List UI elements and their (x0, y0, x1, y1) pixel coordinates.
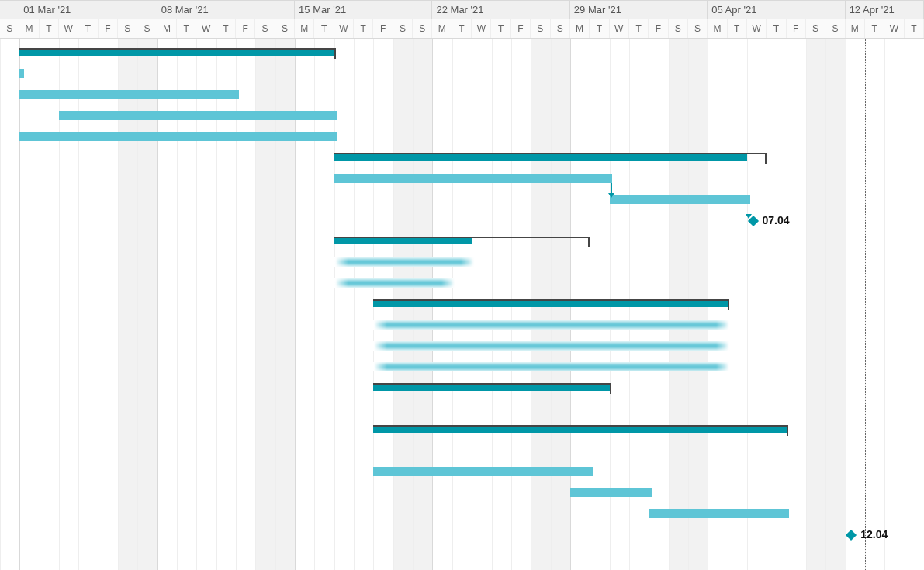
day-header-cell: S (275, 19, 295, 38)
weeks-row: 01 Mar '2108 Mar '2115 Mar '2122 Mar '21… (0, 0, 924, 19)
week-header-cell (0, 1, 19, 19)
summary-bar[interactable] (373, 299, 727, 307)
day-header-cell: S (0, 19, 19, 38)
day-header-cell: S (255, 19, 275, 38)
day-header-cell: T (452, 19, 472, 38)
day-header-cell: M (157, 19, 177, 38)
gridline (0, 39, 1, 570)
task-bar[interactable] (334, 257, 475, 267)
day-header-cell: M (19, 19, 39, 38)
task-bar[interactable] (649, 509, 789, 518)
day-header-cell: T (314, 19, 334, 38)
summary-bar[interactable] (19, 48, 334, 56)
gridline (884, 39, 885, 570)
day-header-cell: S (669, 19, 688, 38)
day-header-cell: F (99, 19, 118, 38)
day-header-cell: F (373, 19, 393, 38)
summary-bar[interactable] (334, 153, 747, 161)
day-header-cell: T (728, 19, 747, 38)
day-header-cell: W (59, 19, 78, 38)
day-header-cell: S (688, 19, 708, 38)
gridline (825, 39, 826, 570)
week-header-cell: 12 Apr '21 (846, 1, 924, 19)
day-header-cell: M (570, 19, 590, 38)
today-line (865, 39, 866, 570)
gridline (747, 39, 748, 570)
day-header-cell: S (806, 19, 825, 38)
gantt-body[interactable]: 07.0412.04 (0, 39, 924, 570)
day-header-cell: T (354, 19, 373, 38)
day-header-cell: T (78, 19, 98, 38)
gridline (806, 39, 807, 570)
day-header-cell: W (472, 19, 491, 38)
gridline (787, 39, 787, 570)
day-header-cell: M (708, 19, 727, 38)
day-header-cell: S (413, 19, 432, 38)
task-bar[interactable] (334, 278, 455, 288)
day-header-cell: S (551, 19, 570, 38)
day-header-cell: M (432, 19, 452, 38)
day-header-cell: T (629, 19, 649, 38)
summary-bar[interactable] (373, 383, 609, 391)
day-header-cell: F (511, 19, 531, 38)
task-bar[interactable] (334, 174, 613, 183)
day-header-cell: W (610, 19, 629, 38)
day-header-cell: T (865, 19, 884, 38)
gridline (354, 39, 355, 570)
task-bar[interactable] (373, 320, 730, 330)
task-bar[interactable] (610, 195, 750, 204)
timescale-header: 01 Mar '2108 Mar '2115 Mar '2122 Mar '21… (0, 0, 924, 39)
gridline (905, 39, 905, 570)
week-header-cell: 29 Mar '21 (570, 1, 708, 19)
task-bar[interactable] (570, 488, 652, 497)
day-header-cell: W (334, 19, 354, 38)
task-bar[interactable] (19, 132, 337, 141)
day-header-cell: F (787, 19, 806, 38)
gantt-chart: 01 Mar '2108 Mar '2115 Mar '2122 Mar '21… (0, 0, 924, 570)
milestone-label: 07.04 (763, 214, 790, 226)
day-header-cell: S (118, 19, 137, 38)
day-header-cell: M (295, 19, 314, 38)
task-bar[interactable] (19, 69, 24, 78)
milestone-label: 12.04 (860, 528, 888, 541)
day-header-cell: T (177, 19, 196, 38)
day-header-cell: W (196, 19, 216, 38)
day-header-cell: S (393, 19, 413, 38)
task-bar[interactable] (373, 362, 730, 371)
day-header-cell: M (846, 19, 865, 38)
task-bar[interactable] (373, 341, 730, 351)
gridline (767, 39, 767, 570)
task-bar[interactable] (373, 467, 593, 476)
day-header-cell: W (884, 19, 904, 38)
day-header-cell: T (767, 19, 786, 38)
day-header-cell: F (649, 19, 668, 38)
day-header-cell: S (825, 19, 845, 38)
days-row: SMTWTFSSMTWTFSSMTWTFSSMTWTFSSMTWTFSSMTWT… (0, 19, 924, 39)
day-header-cell: F (236, 19, 255, 38)
week-header-cell: 01 Mar '21 (19, 1, 157, 19)
day-header-cell: T (492, 19, 511, 38)
dependency-arrow-icon (608, 193, 614, 198)
day-header-cell: S (137, 19, 157, 38)
day-header-cell: T (216, 19, 236, 38)
gridline (40, 39, 40, 570)
week-header-cell: 22 Mar '21 (432, 1, 569, 19)
week-header-cell: 05 Apr '21 (708, 1, 845, 19)
milestone[interactable] (846, 530, 857, 541)
summary-bar[interactable] (334, 237, 472, 244)
day-header-cell: T (590, 19, 609, 38)
day-header-cell: S (531, 19, 550, 38)
task-bar[interactable] (59, 111, 337, 120)
summary-bar[interactable] (373, 425, 786, 433)
week-header-cell: 08 Mar '21 (157, 1, 295, 19)
gridline (19, 39, 20, 570)
day-header-cell: W (747, 19, 767, 38)
day-header-cell: T (905, 19, 924, 38)
week-header-cell: 15 Mar '21 (295, 1, 432, 19)
dependency-arrow-icon (746, 214, 752, 219)
task-bar[interactable] (19, 90, 239, 99)
day-header-cell: T (40, 19, 59, 38)
gridline (846, 39, 846, 570)
